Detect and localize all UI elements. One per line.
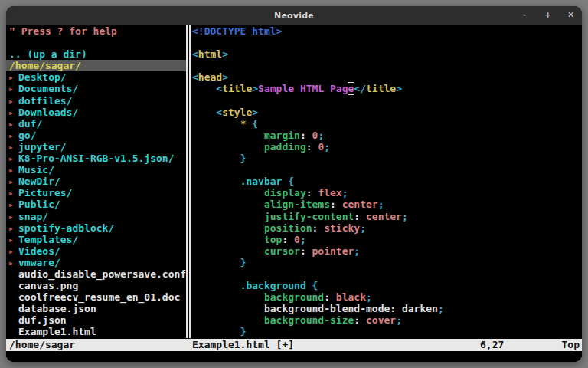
- netrw-dir-row[interactable]: ▶dotfiles/: [6, 95, 186, 107]
- code-line[interactable]: background-blend-mode: darken;: [191, 303, 582, 314]
- netrw-dir-row[interactable]: ▶snap/: [6, 211, 186, 222]
- dir-arrow-icon: ▶: [9, 119, 18, 130]
- dir-arrow-icon: ▶: [9, 165, 18, 176]
- netrw-dir-row[interactable]: ▶Public/: [6, 199, 186, 210]
- code-token: </: [354, 83, 366, 94]
- code-token: [192, 187, 264, 199]
- netrw-entry-label: Music/: [18, 164, 54, 176]
- code-line[interactable]: display: flex;: [191, 187, 582, 199]
- netrw-dir-row[interactable]: ▶Templates/: [6, 234, 186, 245]
- code-token: }: [240, 257, 247, 268]
- code-line[interactable]: .background {: [191, 280, 582, 291]
- code-line[interactable]: }: [191, 153, 582, 164]
- code-line[interactable]: .navbar {: [191, 176, 582, 187]
- code-token: :: [306, 141, 318, 153]
- code-line[interactable]: background: black;: [191, 291, 582, 303]
- code-token: html: [198, 48, 222, 60]
- code-line[interactable]: [191, 164, 582, 176]
- code-token: :: [354, 314, 366, 326]
- code-line[interactable]: padding: 0;: [191, 141, 582, 153]
- netrw-entry-label: .. (up a dir): [9, 48, 87, 60]
- netrw-dir-row[interactable]: ▶Downloads/: [6, 107, 186, 118]
- code-token: justify-content: [264, 211, 354, 222]
- code-token: ;: [396, 314, 402, 326]
- command-line[interactable]: [6, 351, 582, 362]
- netrw-entry-label: spotify-adblock/: [18, 222, 114, 234]
- netrw-dir-row[interactable]: ▶go/: [6, 130, 186, 141]
- code-token: [192, 234, 264, 245]
- code-token: title: [366, 83, 396, 94]
- code-token: center: [342, 199, 378, 210]
- netrw-entry-label: coolfreecv_resume_en_01.doc: [18, 291, 180, 303]
- code-token: [192, 211, 264, 222]
- code-line[interactable]: [191, 95, 582, 107]
- netrw-dir-row[interactable]: ▶NewDir/: [6, 176, 186, 187]
- code-token: cover: [366, 314, 396, 326]
- netrw-dir-row[interactable]: ▶duf/: [6, 118, 186, 130]
- code-token: ;: [318, 130, 324, 141]
- netrw-dir-row[interactable]: ▶Documents/: [6, 83, 186, 94]
- code-token: [192, 291, 264, 303]
- code-token: :: [324, 291, 336, 303]
- code-token: <: [216, 83, 222, 94]
- close-icon[interactable]: ✕: [566, 6, 576, 25]
- code-line[interactable]: justify-content: center;: [191, 211, 582, 222]
- code-line[interactable]: [191, 37, 582, 48]
- code-token: ;: [324, 141, 330, 153]
- code-token: >: [252, 83, 258, 94]
- code-line[interactable]: * {: [191, 118, 582, 130]
- window-separator[interactable]: [185, 25, 191, 338]
- netrw-dir-row[interactable]: ▶Music/: [6, 164, 186, 176]
- code-token: Sample HTML Pag: [258, 83, 348, 94]
- code-line[interactable]: }: [191, 326, 582, 337]
- code-line[interactable]: [191, 268, 582, 280]
- code-line[interactable]: <html>: [191, 48, 582, 60]
- minimize-icon[interactable]: –: [520, 6, 530, 25]
- dir-arrow-icon: ▶: [9, 223, 18, 235]
- netrw-entry-label: go/: [18, 130, 36, 141]
- code-line[interactable]: [191, 60, 582, 71]
- code-line[interactable]: <!DOCTYPE html>: [191, 25, 582, 37]
- netrw-dir-row[interactable]: ▶Pictures/: [6, 187, 186, 199]
- netrw-updir-row[interactable]: .. (up a dir): [6, 48, 186, 60]
- code-line[interactable]: <style>: [191, 107, 582, 118]
- code-line[interactable]: }: [191, 257, 582, 268]
- dir-arrow-icon: ▶: [9, 130, 18, 142]
- dir-arrow-icon: ▶: [9, 212, 18, 223]
- code-token: align-items: [264, 199, 330, 210]
- netrw-file-row[interactable]: database.json: [6, 303, 186, 314]
- netrw-entry-label: Pictures/: [18, 187, 72, 199]
- netrw-file-row[interactable]: coolfreecv_resume_en_01.doc: [6, 291, 186, 303]
- code-token: <: [192, 48, 198, 60]
- code-token: {: [288, 176, 294, 187]
- netrw-file-row[interactable]: canvas.png: [6, 280, 186, 291]
- netrw-file-row[interactable]: audio_disable_powersave.conf: [6, 268, 186, 280]
- netrw-entry-label: [9, 37, 15, 48]
- titlebar[interactable]: Neovide – + ✕: [6, 6, 582, 25]
- code-token: flex: [318, 187, 341, 199]
- code-token: :: [300, 245, 312, 257]
- netrw-dir-row[interactable]: ▶Desktop/: [6, 71, 186, 83]
- code-line[interactable]: position: sticky;: [191, 222, 582, 234]
- netrw-dir-row[interactable]: ▶spotify-adblock/: [6, 222, 186, 234]
- netrw-dir-row[interactable]: ▶vmware/: [6, 257, 186, 268]
- netrw-dir-row[interactable]: ▶jupyter/: [6, 141, 186, 153]
- netrw-current-dir-row[interactable]: /home/sagar/: [6, 60, 186, 71]
- netrw-entry-label: K8-Pro-ANSI-RGB-v1.5.json/: [18, 153, 175, 164]
- maximize-icon[interactable]: +: [543, 6, 553, 25]
- code-line[interactable]: top: 0;: [191, 234, 582, 245]
- netrw-dir-row[interactable]: ▶Videos/: [6, 245, 186, 257]
- code-line[interactable]: cursor: pointer;: [191, 245, 582, 257]
- netrw-dir-row[interactable]: ▶K8-Pro-ANSI-RGB-v1.5.json/: [6, 153, 186, 164]
- code-line[interactable]: <head>: [191, 71, 582, 83]
- netrw-file-row[interactable]: duf.json: [6, 314, 186, 326]
- code-token: darken: [402, 303, 438, 314]
- code-token: <: [216, 107, 222, 118]
- dir-arrow-icon: ▶: [9, 176, 18, 188]
- code-line[interactable]: background-size: cover;: [191, 314, 582, 326]
- code-line[interactable]: align-items: center;: [191, 199, 582, 210]
- code-line[interactable]: <title>Sample HTML Page</title>: [191, 83, 582, 94]
- netrw-file-row[interactable]: Example1.html: [6, 326, 186, 337]
- code-token: [192, 314, 264, 326]
- code-line[interactable]: margin: 0;: [191, 130, 582, 141]
